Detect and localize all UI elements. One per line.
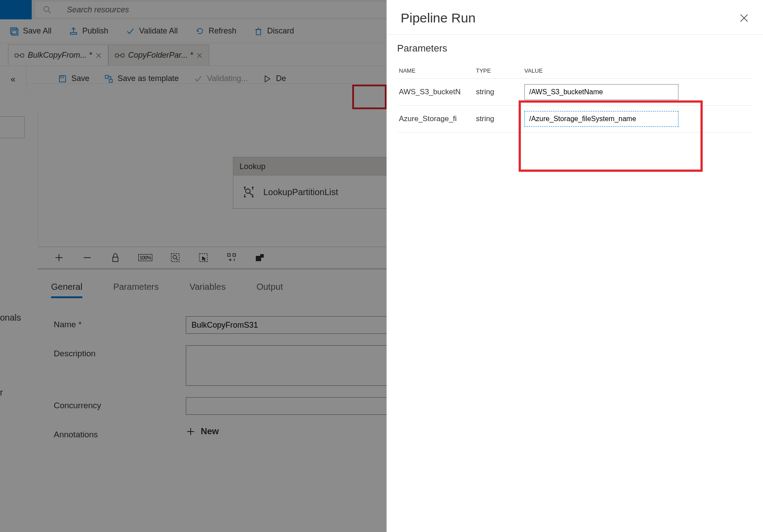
col-value: VALUE [523,63,752,79]
tab-copyfolder[interactable]: CopyFolderPar... * [108,44,209,66]
svg-rect-9 [15,54,18,57]
svg-rect-22 [109,79,112,82]
zoom-100-icon[interactable]: 100% [138,254,152,261]
plus-icon[interactable] [54,252,64,263]
save-all-button[interactable]: Save All [10,26,52,36]
panel-title: Pipeline Run [401,11,475,26]
annotations-label: Annotations [54,426,186,440]
svg-rect-34 [233,254,236,256]
parameters-table: NAME TYPE VALUE AWS_S3_bucketN string Az… [397,63,752,133]
pipeline-icon [15,52,24,59]
concurrency-label: Concurrency [54,397,186,410]
validate-all-button[interactable]: Validate All [126,26,178,36]
svg-rect-14 [115,54,118,57]
minus-icon[interactable] [82,252,92,263]
general-form: Name * Description Concurrency Annotatio… [54,316,424,451]
minimap-icon[interactable] [254,252,265,263]
trash-icon [254,27,263,36]
svg-line-1 [48,11,51,13]
search-placeholder: Search resources [67,5,129,15]
debug-label: De [276,74,286,83]
template-icon [104,74,113,83]
col-name: NAME [397,63,474,79]
side-text-fragment: r [0,388,3,398]
param-value-input[interactable] [524,111,678,127]
new-annotation-button[interactable]: New [186,426,219,436]
activity-name-label: LookupPartitionList [263,187,338,197]
close-icon[interactable] [739,13,749,23]
validating-status: Validating... [194,74,248,83]
lookup-icon [242,185,255,199]
side-text-fragment: onals [0,313,21,323]
debug-button[interactable]: De [263,74,286,83]
save-template-label: Save as template [118,74,179,83]
svg-rect-21 [105,75,108,78]
svg-rect-28 [113,257,118,262]
refresh-icon [195,27,204,36]
pipeline-run-panel: Pipeline Run Parameters NAME TYPE VALUE … [387,0,763,532]
discard-label: Discard [267,26,294,36]
tab-output[interactable]: Output [256,282,283,298]
publish-icon [69,27,78,36]
col-type: TYPE [474,63,523,79]
panel-header: Pipeline Run [387,0,763,35]
svg-point-23 [246,189,250,193]
svg-rect-15 [121,54,124,57]
validating-label: Validating... [207,74,248,83]
svg-point-30 [173,255,177,259]
tab-general[interactable]: General [51,282,82,298]
save-icon [58,74,67,83]
tab-bulkcopy-label: BulkCopyFrom... * [28,51,92,60]
svg-rect-20 [61,76,63,78]
refresh-label: Refresh [209,26,236,36]
azure-logo-stub [0,0,32,19]
svg-rect-3 [12,29,18,35]
name-label: Name * [54,316,186,329]
param-name: Azure_Storage_fi [397,106,474,133]
mini-panel[interactable] [0,116,25,138]
close-icon[interactable] [196,52,203,59]
close-icon[interactable] [96,52,102,59]
property-tabs: General Parameters Variables Output [51,282,283,298]
zoom-fit-icon[interactable] [170,252,181,263]
save-label: Save [71,74,89,83]
param-type: string [474,79,523,106]
svg-rect-29 [171,254,179,262]
play-icon [263,74,272,83]
svg-line-24 [250,193,252,195]
activity-type-label: Lookup [240,162,265,171]
svg-rect-33 [228,254,230,256]
tab-parameters[interactable]: Parameters [113,282,158,298]
svg-rect-6 [256,30,261,35]
check-icon [126,27,135,36]
svg-rect-10 [21,54,24,57]
check-icon [194,74,203,83]
save-as-template-button[interactable]: Save as template [104,74,179,83]
param-name: AWS_S3_bucketN [397,79,474,106]
publish-button[interactable]: Publish [69,26,108,36]
tab-bulkcopy[interactable]: BulkCopyFrom... * [8,44,108,66]
svg-rect-36 [260,254,264,258]
table-row: Azure_Storage_fi string [397,106,752,133]
tab-variables[interactable]: Variables [190,282,226,298]
section-title: Parameters [397,43,752,54]
svg-rect-19 [59,76,66,82]
save-all-icon [10,27,18,36]
save-button[interactable]: Save [58,74,89,83]
debug-highlight-annotation [352,85,387,109]
search-icon [43,6,51,14]
select-icon[interactable] [198,252,209,263]
save-all-label: Save All [23,26,52,36]
collapse-sidebar-button[interactable]: « [0,66,26,92]
tab-copyfolder-label: CopyFolderPar... * [128,51,193,60]
refresh-button[interactable]: Refresh [195,26,236,36]
param-value-input[interactable] [524,84,678,100]
plus-icon [186,427,195,436]
lock-icon[interactable] [110,252,121,263]
discard-button[interactable]: Discard [254,26,294,36]
pipeline-icon [115,52,125,59]
validate-all-label: Validate All [139,26,178,36]
autolayout-icon[interactable] [226,252,237,263]
svg-rect-5 [70,33,77,34]
table-row: AWS_S3_bucketN string [397,79,752,106]
